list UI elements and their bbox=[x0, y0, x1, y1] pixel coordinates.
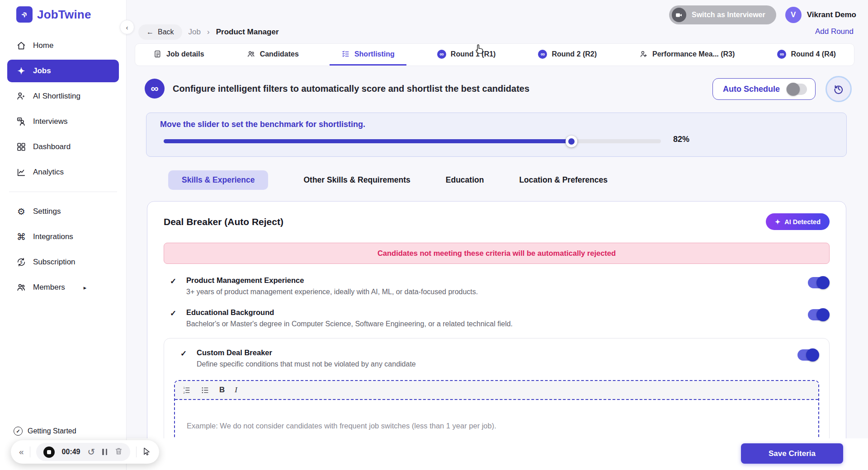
cursor-tool-icon[interactable] bbox=[142, 447, 151, 457]
subtab-skills-experience[interactable]: Skills & Experience bbox=[168, 170, 268, 190]
tab-round-4[interactable]: ∞ Round 4 (R4) bbox=[765, 44, 848, 66]
mouse-hand-cursor bbox=[474, 43, 486, 55]
switch-as-interviewer-button[interactable]: Switch as Interviewer bbox=[669, 5, 776, 24]
subtab-other-skills[interactable]: Other Skills & Requirements bbox=[303, 175, 410, 185]
bold-button[interactable]: B bbox=[219, 385, 225, 395]
ai-detected-badge[interactable]: ✦ AI Detected bbox=[766, 213, 830, 230]
italic-button[interactable]: I bbox=[235, 385, 237, 395]
benchmark-value: 82% bbox=[673, 135, 689, 144]
history-button[interactable] bbox=[826, 76, 852, 102]
recording-timer: 00:49 bbox=[62, 448, 80, 456]
criterion-toggle[interactable] bbox=[808, 277, 829, 288]
sidebar-item-subscription[interactable]: $ Subscription bbox=[7, 251, 119, 273]
sidebar-item-ai-shortlisting[interactable]: AI Shortlisting bbox=[7, 85, 119, 108]
sidebar-divider bbox=[9, 192, 117, 192]
getting-started[interactable]: ✓ Getting Started bbox=[14, 427, 76, 436]
shortlisting-config-header: ∞ Configure intelligent filters to autom… bbox=[145, 79, 529, 99]
criterion-title: Custom Deal Breaker bbox=[197, 348, 788, 357]
home-icon bbox=[16, 41, 26, 51]
sidebar-item-integrations[interactable]: ⌘ Integrations bbox=[7, 226, 119, 248]
avatar: V bbox=[785, 7, 802, 23]
add-round-link[interactable]: Add Round bbox=[815, 27, 854, 36]
auto-schedule-toggle-button[interactable]: Auto Schedule bbox=[712, 78, 816, 100]
check-icon: ✓ bbox=[170, 309, 176, 318]
sidebar-item-dashboard[interactable]: Dashboard bbox=[7, 136, 119, 158]
dollar-refresh-icon: $ bbox=[16, 257, 26, 267]
subtab-education[interactable]: Education bbox=[446, 175, 484, 185]
breadcrumb: ← Back Job › Product Manager bbox=[138, 24, 279, 40]
job-tabs: Job details Candidates Shortlisting ∞ Ro… bbox=[135, 43, 854, 66]
back-arrow-icon: ← bbox=[146, 28, 154, 36]
list-check-icon bbox=[341, 50, 350, 58]
header-actions: Switch as Interviewer V Vikrant Demo bbox=[669, 5, 856, 24]
benchmark-slider-fill bbox=[164, 139, 571, 143]
criteria-category-tabs: Skills & Experience Other Skills & Requi… bbox=[168, 170, 608, 190]
brand-logo[interactable]: » JobTwine bbox=[0, 0, 126, 23]
pause-recording-icon[interactable] bbox=[102, 449, 107, 455]
tab-job-details[interactable]: Job details bbox=[142, 44, 216, 66]
tab-candidates[interactable]: Candidates bbox=[235, 44, 311, 66]
config-description: Configure intelligent filters to automat… bbox=[173, 84, 529, 94]
svg-text:2: 2 bbox=[183, 391, 184, 394]
auto-reject-warning: Candidates not meeting these criteria wi… bbox=[164, 243, 830, 264]
criterion-row-product-management: ✓ Product Management Experience 3+ years… bbox=[164, 276, 830, 296]
chat-person-icon bbox=[16, 117, 26, 127]
criterion-toggle[interactable] bbox=[808, 309, 829, 320]
sidebar-item-analytics[interactable]: Analytics bbox=[7, 161, 119, 183]
sidebar-collapse-button[interactable]: ‹ bbox=[120, 20, 134, 34]
benchmark-slider-handle[interactable] bbox=[566, 136, 577, 147]
benchmark-panel: Move the slider to set the benchmark for… bbox=[146, 113, 847, 157]
stop-recording-button[interactable] bbox=[43, 446, 55, 458]
person-sparkle-icon bbox=[16, 91, 26, 101]
breadcrumb-section[interactable]: Job bbox=[189, 28, 201, 37]
tab-round-2[interactable]: ∞ Round 2 (R2) bbox=[526, 44, 609, 66]
sidebar-item-jobs[interactable]: ✦ Jobs bbox=[7, 60, 119, 82]
sidebar-item-members[interactable]: Members ▸ bbox=[7, 276, 119, 299]
check-icon: ✓ bbox=[170, 277, 176, 286]
breadcrumb-current: Product Manager bbox=[216, 28, 279, 37]
infinity-icon: ∞ bbox=[777, 50, 786, 59]
criterion-row-educational-background: ✓ Educational Background Bachelor's or M… bbox=[164, 308, 830, 328]
collapse-toolbar-icon[interactable]: « bbox=[19, 447, 24, 457]
ordered-list-icon[interactable]: 12 bbox=[182, 386, 191, 395]
tab-performance-measure[interactable]: Performance Mea... (R3) bbox=[627, 44, 746, 66]
criterion-title: Educational Background bbox=[186, 308, 798, 317]
members-submenu-chevron-icon: ▸ bbox=[84, 284, 87, 291]
person-plus-icon bbox=[639, 50, 648, 58]
user-name: Vikrant Demo bbox=[807, 10, 856, 19]
history-clock-icon bbox=[833, 83, 844, 95]
bullet-list-icon[interactable] bbox=[201, 386, 209, 395]
auto-schedule-switch[interactable] bbox=[786, 84, 807, 95]
svg-text:$: $ bbox=[20, 260, 23, 264]
benchmark-slider[interactable] bbox=[164, 139, 661, 143]
breadcrumb-chevron-icon: › bbox=[207, 28, 210, 37]
people-icon bbox=[16, 282, 26, 292]
restart-recording-icon[interactable]: ↺ bbox=[88, 446, 95, 457]
editor-toolbar: 12 B I bbox=[175, 381, 818, 400]
infinity-avatar-icon: ∞ bbox=[145, 79, 165, 99]
criterion-toggle[interactable] bbox=[797, 349, 818, 361]
delete-recording-icon[interactable] bbox=[114, 447, 123, 457]
save-criteria-button[interactable]: Save Criteria bbox=[741, 443, 843, 464]
document-icon bbox=[153, 50, 162, 58]
deal-breaker-title: Deal Breaker (Auto Reject) bbox=[164, 216, 283, 227]
tab-shortlisting[interactable]: Shortlisting bbox=[330, 44, 406, 66]
check-icon: ✓ bbox=[180, 349, 187, 358]
subtab-location-preferences[interactable]: Location & Preferences bbox=[519, 175, 607, 185]
logo-icon: » bbox=[16, 6, 33, 23]
infinity-icon: ∞ bbox=[538, 50, 547, 59]
user-menu[interactable]: V Vikrant Demo bbox=[785, 7, 856, 23]
sidebar-item-settings[interactable]: ⚙ Settings bbox=[7, 200, 119, 223]
back-button[interactable]: ← Back bbox=[138, 24, 182, 40]
config-actions: Auto Schedule bbox=[712, 76, 852, 102]
brand-name: JobTwine bbox=[37, 8, 91, 22]
sidebar-nav: Home ✦ Jobs AI Shortlisting Interviews D… bbox=[0, 34, 126, 299]
sidebar-item-interviews[interactable]: Interviews bbox=[7, 110, 119, 133]
criterion-row-custom: ✓ Custom Deal Breaker Define specific co… bbox=[174, 348, 819, 368]
app-window: » JobTwine Home ✦ Jobs AI Shortlisting I… bbox=[0, 0, 868, 470]
infinity-icon: ∞ bbox=[437, 50, 446, 59]
criterion-description: Bachelor's or Master's degree in Compute… bbox=[186, 320, 798, 328]
criterion-description: Define specific conditions that must not… bbox=[197, 360, 788, 368]
sidebar-item-home[interactable]: Home bbox=[7, 34, 119, 57]
tab-round-1[interactable]: ∞ Round 1 (R1) bbox=[425, 44, 508, 66]
